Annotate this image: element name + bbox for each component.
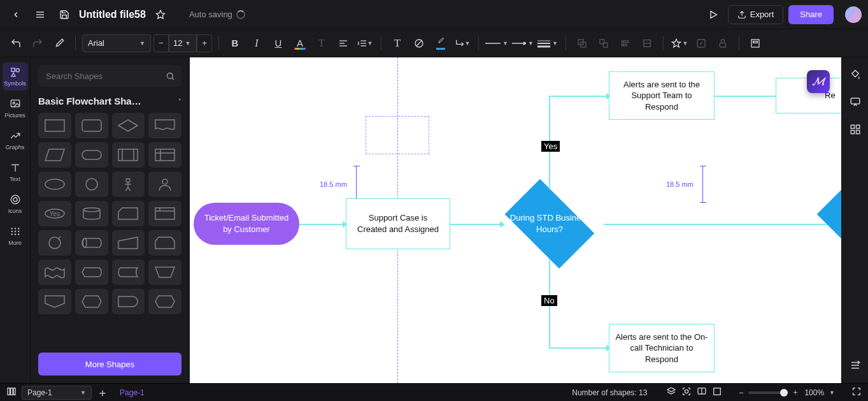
shape-sort[interactable] (148, 289, 181, 314)
shape-diamond[interactable] (112, 113, 145, 138)
font-size-decrease[interactable]: − (153, 34, 169, 52)
underline-button[interactable]: U (269, 34, 288, 53)
connector-no-h[interactable] (549, 347, 608, 349)
shape-yes-pill[interactable]: Yes (38, 201, 71, 226)
line-style-button[interactable]: ▼ (485, 34, 508, 52)
shape-offpage[interactable] (38, 289, 71, 314)
line-endpoints-button[interactable]: ▼ (511, 34, 534, 52)
insert-text-button[interactable]: T (388, 34, 407, 53)
lock-button[interactable] (713, 34, 732, 53)
node-process[interactable]: Support Case is Created and Assigned (346, 198, 450, 249)
share-button[interactable]: Share (788, 5, 834, 24)
connector-1[interactable] (299, 224, 344, 225)
node-decision-right[interactable] (808, 189, 841, 259)
shape-search[interactable] (38, 65, 181, 87)
shape-cylinder[interactable] (75, 201, 108, 226)
shape-person[interactable] (112, 171, 145, 197)
line-spacing-button[interactable]: ▼ (355, 34, 374, 53)
present-button[interactable] (704, 5, 723, 24)
apps-panel-icon[interactable] (850, 124, 861, 137)
user-avatar[interactable] (845, 6, 862, 23)
shape-ellipse[interactable] (38, 171, 71, 197)
shape-tape[interactable] (38, 259, 71, 285)
shape-rectangle[interactable] (38, 113, 71, 138)
text-effects-button[interactable]: T (312, 34, 331, 53)
align-button[interactable] (334, 34, 353, 53)
shape-circle[interactable] (75, 171, 108, 197)
zoom-out-button[interactable]: − (739, 388, 743, 397)
italic-button[interactable]: I (247, 34, 266, 53)
font-family-select[interactable]: Arial ▼ (82, 34, 151, 52)
shape-manual-op[interactable] (148, 259, 181, 285)
shape-connector-circle[interactable] (38, 230, 71, 256)
favorite-button[interactable] (151, 5, 170, 24)
fullscreen-button[interactable] (851, 386, 862, 398)
rail-graphs[interactable]: Graphs (3, 126, 28, 154)
rail-pictures[interactable]: Pictures (3, 94, 28, 122)
add-page-button[interactable]: ＋ (97, 385, 108, 400)
edit-shape-button[interactable] (692, 34, 711, 53)
font-size-select[interactable]: 12 ▼ (169, 34, 197, 52)
shape-loop-limit[interactable] (148, 230, 181, 256)
file-title[interactable]: Untitled file58 (79, 9, 146, 20)
fit-view-icon[interactable] (712, 386, 722, 398)
shape-manual-input[interactable] (112, 230, 145, 256)
layout-toggle-icon[interactable] (6, 386, 17, 398)
back-button[interactable] (6, 5, 25, 24)
redo-button[interactable] (28, 34, 47, 53)
shape-terminator[interactable] (75, 142, 108, 168)
more-shapes-button[interactable]: More Shapes (38, 353, 181, 375)
collapse-right-rail-icon[interactable] (850, 360, 861, 373)
shape-preparation[interactable] (75, 289, 108, 314)
ungroup-button[interactable] (594, 34, 613, 53)
connector-button[interactable]: ▼ (453, 34, 472, 53)
canvas[interactable]: 18.5 mm 18.5 mm 18.5 mm (190, 57, 841, 383)
shape-card[interactable] (112, 201, 145, 226)
pages-view-icon[interactable] (697, 386, 707, 398)
shape-internal-storage[interactable] (148, 142, 181, 168)
rail-icons[interactable]: Icons (3, 190, 28, 218)
zoom-slider[interactable] (748, 391, 786, 394)
node-decision[interactable]: During STD Business Hours? (495, 189, 604, 259)
connector-dec-right[interactable] (604, 224, 841, 225)
no-fill-button[interactable] (409, 34, 429, 53)
node-alert-top[interactable]: Alerts are sent to the Support Team to R… (609, 71, 715, 120)
node-start[interactable]: Ticket/Email Submitted by Customer (194, 203, 299, 245)
shape-stored-data[interactable] (112, 259, 145, 285)
connector-top-out[interactable] (715, 96, 776, 97)
shape-display[interactable] (75, 259, 108, 285)
align-shapes-button[interactable] (616, 34, 635, 53)
container-button[interactable] (746, 34, 765, 53)
connector-yes-h[interactable] (549, 96, 608, 97)
shape-user[interactable] (148, 171, 181, 197)
export-button[interactable]: Export (728, 5, 784, 24)
page-select[interactable]: Page-1 ▼ (22, 386, 92, 400)
rail-text[interactable]: Text (3, 158, 28, 186)
shape-group-header[interactable]: Basic Flowchart Sha… ˄ (38, 96, 181, 106)
bold-button[interactable]: B (225, 34, 245, 53)
shape-direct-data[interactable] (75, 230, 108, 256)
ghost-shape[interactable] (366, 116, 429, 154)
distribute-button[interactable] (637, 34, 657, 53)
zoom-value[interactable]: 100% (804, 388, 824, 397)
save-icon[interactable] (55, 5, 74, 24)
effects-button[interactable]: ▼ (670, 34, 689, 53)
highlight-button[interactable] (431, 34, 450, 53)
shape-frame[interactable] (148, 201, 181, 226)
font-size-increase[interactable]: + (197, 34, 212, 52)
layers-icon[interactable] (666, 386, 676, 398)
undo-button[interactable] (6, 34, 25, 53)
shape-rounded-rect[interactable] (75, 113, 108, 138)
group-button[interactable] (573, 34, 592, 53)
menu-button[interactable] (31, 5, 50, 24)
shape-document[interactable] (148, 113, 181, 138)
zoom-slider-knob[interactable] (780, 389, 788, 397)
node-alert-bottom[interactable]: Alerts are sent to the On-call Technicia… (609, 324, 715, 372)
connector-2[interactable] (450, 224, 501, 225)
fill-panel-icon[interactable] (850, 69, 861, 82)
shape-parallelogram[interactable] (38, 142, 71, 168)
zoom-in-button[interactable]: ＋ (792, 387, 799, 398)
line-weight-button[interactable]: ▼ (536, 34, 559, 52)
rail-symbols[interactable]: Symbols (3, 62, 28, 91)
comments-panel-icon[interactable] (850, 96, 861, 110)
